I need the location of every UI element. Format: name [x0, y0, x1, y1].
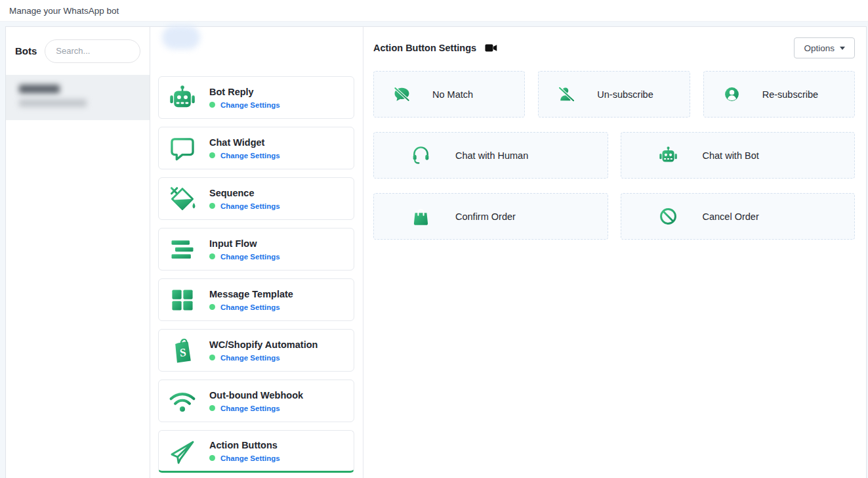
headset-icon — [411, 145, 431, 165]
action-card-chat-with-bot[interactable]: Chat with Bot — [621, 132, 856, 179]
change-settings-link[interactable]: Change Settings — [220, 152, 280, 160]
redacted-bot-name — [19, 85, 60, 93]
feature-card-message-template: Message Template Change Settings — [158, 278, 354, 321]
status-dot — [209, 355, 215, 360]
bot-list-item-selected[interactable] — [6, 75, 150, 120]
shopify-icon: S — [168, 336, 197, 365]
status-dot — [209, 405, 215, 411]
feature-card-action-buttons: Action Buttons Change Settings — [158, 430, 354, 473]
svg-text:S: S — [179, 345, 186, 359]
action-card-un-subscribe[interactable]: Un-subscribe — [538, 71, 690, 118]
feature-title: Input Flow — [209, 238, 280, 249]
feature-title: Chat Widget — [209, 137, 280, 148]
action-card-chat-with-human[interactable]: Chat with Human — [373, 132, 608, 179]
robot-icon — [658, 145, 678, 165]
bot-search-input[interactable] — [45, 39, 140, 63]
grid-icon — [168, 286, 197, 315]
change-settings-link[interactable]: Change Settings — [220, 253, 280, 261]
status-dot — [209, 102, 215, 108]
redacted-bot-phone — [19, 99, 87, 107]
feature-title: Message Template — [209, 289, 293, 299]
input-flow-icon — [168, 235, 197, 264]
action-row-1: No Match Un-subscribe — [373, 71, 855, 118]
feature-title: Bot Reply — [209, 87, 280, 97]
action-button-settings-panel: Action Button Settings Options — [363, 27, 866, 478]
status-dot — [209, 203, 215, 209]
action-card-no-match[interactable]: No Match — [373, 71, 525, 118]
main-panel: Bots Bot Reply Ch — [5, 26, 867, 478]
options-dropdown-button[interactable]: Options — [794, 37, 855, 58]
user-slash-icon — [558, 85, 575, 103]
feature-card-sequence: Sequence Change Settings — [158, 177, 354, 220]
status-dot — [209, 152, 215, 158]
paper-plane-icon — [168, 437, 197, 466]
feature-card-input-flow: Input Flow Change Settings — [158, 228, 354, 271]
user-circle-icon — [723, 85, 741, 103]
content-header: Action Button Settings Options — [373, 37, 855, 58]
feature-card-outbound-webhook: Out-bound Webhook Change Settings — [158, 380, 354, 422]
bots-sidebar: Bots — [6, 27, 150, 478]
action-card-re-subscribe[interactable]: Re-subscribe — [703, 71, 855, 118]
change-settings-link[interactable]: Change Settings — [220, 202, 280, 210]
action-card-confirm-order[interactable]: Confirm Order — [373, 193, 608, 240]
action-row-2: Chat with Human Chat with Bot — [373, 132, 855, 179]
change-settings-link[interactable]: Change Settings — [220, 303, 280, 311]
action-card-cancel-order[interactable]: Cancel Order — [621, 193, 856, 240]
redacted-avatar-blob — [162, 26, 200, 49]
feature-card-chat-widget: Chat Widget Change Settings — [158, 127, 354, 169]
chat-widget-icon — [168, 134, 197, 163]
action-label: Chat with Human — [455, 150, 528, 161]
ban-icon — [658, 206, 678, 227]
action-label: Re-subscribe — [762, 89, 818, 100]
video-camera-icon[interactable] — [485, 43, 497, 53]
comment-slash-icon — [393, 85, 411, 103]
action-label: Confirm Order — [455, 211, 516, 222]
feature-card-bot-reply: Bot Reply Change Settings — [158, 76, 354, 119]
change-settings-link[interactable]: Change Settings — [220, 101, 280, 109]
status-dot — [209, 253, 215, 259]
action-label: Un-subscribe — [597, 89, 653, 100]
caret-down-icon — [840, 47, 845, 50]
status-dot — [209, 304, 215, 310]
shopping-bag-icon — [411, 206, 431, 227]
top-header-bar: Manage your WhatsApp bot — [0, 0, 868, 22]
status-dot — [209, 455, 215, 461]
feature-title: WC/Shopify Automation — [209, 339, 318, 350]
change-settings-link[interactable]: Change Settings — [220, 354, 280, 362]
change-settings-link[interactable]: Change Settings — [220, 454, 280, 462]
action-label: No Match — [432, 89, 473, 100]
wifi-icon — [168, 387, 197, 416]
content-title: Action Button Settings — [373, 43, 476, 53]
sidebar-header: Bots — [6, 27, 150, 75]
action-row-3: Confirm Order Cancel Order — [373, 193, 855, 240]
change-settings-link[interactable]: Change Settings — [220, 404, 280, 412]
bots-heading: Bots — [15, 45, 37, 56]
feature-card-shopify-automation: S WC/Shopify Automation Change Settings — [158, 329, 354, 372]
action-label: Cancel Order — [703, 211, 759, 222]
fill-drip-icon — [168, 185, 197, 213]
feature-settings-column: Bot Reply Change Settings Chat Widget Ch… — [150, 27, 363, 478]
action-label: Chat with Bot — [703, 150, 759, 161]
robot-icon — [168, 83, 197, 112]
feature-title: Action Buttons — [209, 440, 280, 450]
feature-title: Sequence — [209, 188, 280, 198]
feature-title: Out-bound Webhook — [209, 390, 303, 401]
options-label: Options — [804, 43, 835, 53]
page-title: Manage your WhatsApp bot — [9, 6, 119, 16]
